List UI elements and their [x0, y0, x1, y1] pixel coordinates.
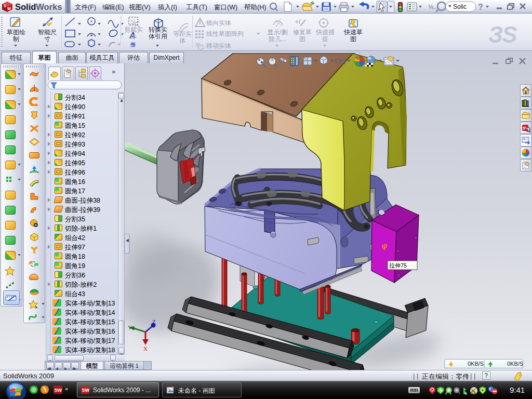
svg-text:W: W [7, 7, 11, 10]
svg-text:+/: +/ [295, 18, 301, 25]
svg-text:SW: SW [82, 388, 90, 393]
svg-text:SW: SW [55, 388, 62, 393]
svg-text:?: ? [478, 3, 483, 11]
svg-text:Solic: Solic [453, 3, 467, 10]
svg-text:»: » [65, 385, 68, 392]
svg-text:S: S [4, 4, 6, 8]
svg-text:⅙..: ⅙.. [428, 4, 437, 10]
